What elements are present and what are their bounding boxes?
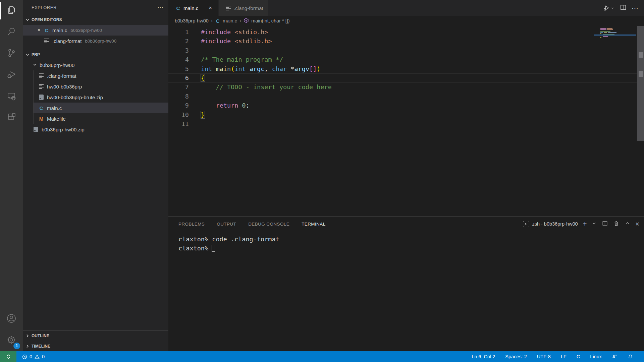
encoding-status[interactable]: UTF-8 xyxy=(536,354,551,359)
language-mode[interactable]: C xyxy=(576,354,581,359)
activitybar-account[interactable] xyxy=(0,308,23,330)
line-number: 6 xyxy=(168,73,189,82)
tree-item-hw00-b0b36prp[interactable]: hw00-b0b36prp xyxy=(34,81,168,92)
tree-item-label: Makefile xyxy=(47,116,66,122)
split-editor-button[interactable] xyxy=(620,4,627,12)
minimap[interactable] xyxy=(600,28,636,44)
activitybar-remote-explorer[interactable] xyxy=(0,86,23,107)
terminal-selector-label: zsh - b0b36prp-hw00 xyxy=(532,221,578,227)
clang-format-icon xyxy=(225,5,231,11)
workspace-section-header[interactable]: PRP xyxy=(23,50,168,60)
open-editor-clang-format[interactable]: .clang-format b0b36prp-hw00 xyxy=(23,36,168,46)
code-line: 10} xyxy=(168,110,644,119)
run-or-debug-button[interactable] xyxy=(603,4,615,12)
sidebar-bottom-sections: OUTLINE TIMELINE xyxy=(23,330,168,351)
clang-format-icon xyxy=(38,83,44,89)
cursor-position[interactable]: Ln 6, Col 2 xyxy=(471,354,496,359)
code-line: 9 return 0; xyxy=(168,101,644,110)
tree-item-clang-format[interactable]: .clang-format xyxy=(34,70,168,81)
terminal-selector[interactable]: zsh - b0b36prp-hw00 xyxy=(523,221,578,227)
activity-bar: 1 xyxy=(0,0,23,351)
tab-label: .clang-format xyxy=(234,5,263,11)
terminal-cursor xyxy=(212,245,215,252)
open-editor-label: main.c xyxy=(52,27,67,33)
terminal-content[interactable]: claxton% code .clang-format claxton% xyxy=(168,231,644,351)
tab-output[interactable]: OUTPUT xyxy=(217,217,236,231)
close-icon[interactable]: × xyxy=(207,5,214,11)
activitybar-extensions[interactable] xyxy=(0,107,23,129)
tab-problems[interactable]: PROBLEMS xyxy=(178,217,205,231)
chevron-right-icon xyxy=(25,333,30,339)
notifications-button[interactable] xyxy=(627,354,634,360)
explorer-more-actions-icon[interactable]: ⋯ xyxy=(157,4,164,11)
open-editors-header[interactable]: OPEN EDITORS xyxy=(23,15,168,25)
outline-section-header[interactable]: OUTLINE xyxy=(23,330,168,341)
chevron-down-icon xyxy=(25,52,30,57)
split-terminal-button[interactable] xyxy=(602,220,608,228)
tab-main-c[interactable]: C main.c × xyxy=(168,0,219,16)
close-panel-button[interactable]: × xyxy=(635,221,639,227)
breadcrumb-symbol[interactable]: main(int, char * []) xyxy=(251,18,289,23)
workspace-label: PRP xyxy=(32,52,40,57)
tab-clang-format[interactable]: .clang-format xyxy=(219,0,268,16)
eol-status[interactable]: LF xyxy=(560,354,567,359)
chevron-right-icon xyxy=(25,344,30,349)
bottom-panel: PROBLEMS OUTPUT DEBUG CONSOLE TERMINAL z… xyxy=(168,216,644,351)
tab-terminal[interactable]: TERMINAL xyxy=(302,217,325,231)
line-number: 7 xyxy=(168,82,189,92)
code-line-current: 6{ xyxy=(168,73,644,82)
vscode-window: 1 EXPLORER ⋯ OPEN EDITORS × C main.c b0b… xyxy=(0,0,644,362)
more-actions-button[interactable]: ⋯ xyxy=(632,4,639,12)
tree-folder-label: b0b36prp-hw00 xyxy=(40,62,74,68)
tree-item-brute-zip[interactable]: hw00-b0b36prp-brute.zip xyxy=(34,92,168,103)
indentation-status[interactable]: Spaces: 2 xyxy=(504,354,528,359)
terminal-icon xyxy=(523,221,529,227)
activitybar-settings[interactable]: 1 xyxy=(0,330,23,351)
terminal-dropdown-button[interactable] xyxy=(592,221,597,227)
tree-item-makefile[interactable]: M Makefile xyxy=(34,113,168,124)
warning-icon xyxy=(34,354,40,360)
minimap-line xyxy=(600,32,636,33)
chevron-down-icon xyxy=(25,17,30,22)
panel-actions: zsh - b0b36prp-hw00 + × xyxy=(523,220,639,228)
makefile-icon: M xyxy=(38,116,44,122)
problems-status[interactable]: 0 0 xyxy=(21,354,45,360)
status-bar: 0 0 Ln 6, Col 2 Spaces: 2 UTF-8 LF C Lin… xyxy=(0,351,644,362)
new-terminal-button[interactable]: + xyxy=(583,221,587,227)
outline-label: OUTLINE xyxy=(32,334,49,338)
breadcrumb-folder[interactable]: b0b36prp-hw00 xyxy=(175,18,209,23)
chevron-down-icon xyxy=(610,6,615,10)
tab-debug-console[interactable]: DEBUG CONSOLE xyxy=(248,217,289,231)
open-editor-main-c[interactable]: × C main.c b0b36prp-hw00 xyxy=(23,25,168,36)
close-icon[interactable]: × xyxy=(36,27,42,33)
remote-indicator[interactable] xyxy=(0,351,16,362)
open-editor-detail: b0b36prp-hw00 xyxy=(85,39,117,44)
remote-icon xyxy=(5,354,11,360)
minimap-line xyxy=(600,29,636,30)
source-control-icon xyxy=(6,48,17,60)
feedback-icon xyxy=(612,354,618,360)
extensions-icon xyxy=(6,112,17,124)
maximize-panel-button[interactable] xyxy=(625,221,630,228)
editor-actions: ⋯ xyxy=(603,0,639,16)
error-icon xyxy=(22,354,28,360)
feedback-button[interactable] xyxy=(611,354,618,360)
minimap-current-line xyxy=(594,35,636,36)
tab-bar: C main.c × .clang-format ⋯ xyxy=(168,0,644,16)
code-editor[interactable]: 1#include <stdio.h> 2#include <stdlib.h>… xyxy=(168,25,644,216)
activitybar-explorer[interactable] xyxy=(0,0,23,21)
line-number: 5 xyxy=(168,64,189,73)
tree-folder-b0b36prp-hw00[interactable]: b0b36prp-hw00 xyxy=(23,60,168,70)
timeline-section-header[interactable]: TIMELINE xyxy=(23,341,168,351)
activitybar-search[interactable] xyxy=(0,21,23,43)
tree-item-main-c[interactable]: C main.c xyxy=(34,103,168,113)
tree-item-b0b36prp-hw00-zip[interactable]: b0b36prp-hw00.zip xyxy=(23,124,168,135)
kill-terminal-button[interactable] xyxy=(613,220,620,228)
code-line: 7 // TODO - insert your code here xyxy=(168,82,644,92)
os-indicator[interactable]: Linux xyxy=(589,354,602,359)
breadcrumb-file[interactable]: main.c xyxy=(223,18,237,23)
editor-scrollbar[interactable] xyxy=(637,26,644,141)
code-line: 1#include <stdio.h> xyxy=(168,27,644,37)
activitybar-run-debug[interactable] xyxy=(0,64,23,86)
activitybar-source-control[interactable] xyxy=(0,43,23,64)
